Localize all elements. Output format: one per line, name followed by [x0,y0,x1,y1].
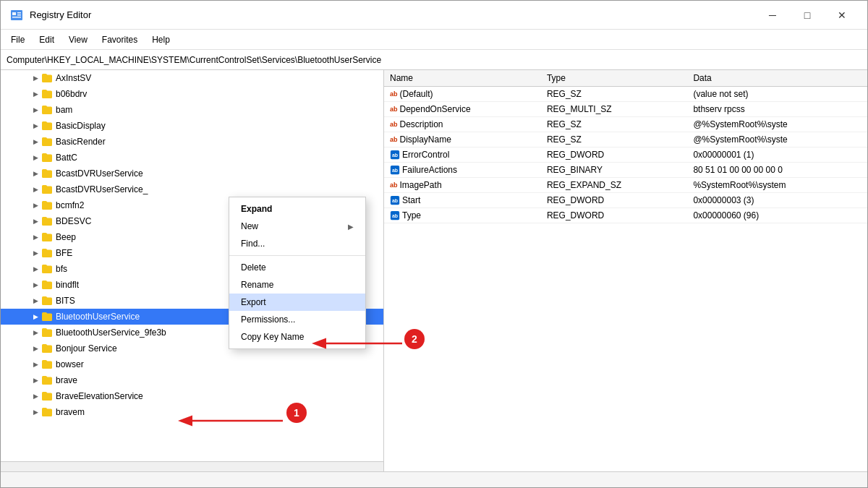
tree-item-basicdisplay[interactable]: ▶ BasicDisplay [1,118,383,134]
dword-icon: ab [390,165,400,175]
tree-item-b06bdrv[interactable]: ▶ b06bdrv [1,86,383,102]
folder-icon [41,390,53,402]
ctx-rename[interactable]: Rename [229,276,365,294]
svg-text:ab: ab [392,153,398,158]
dword-icon: ab [390,150,400,160]
tree-item-bam[interactable]: ▶ bam [1,102,383,118]
folder-icon [41,88,53,100]
ctx-new-arrow: ▶ [348,223,354,231]
annotation-arrow-2 [308,333,409,354]
folder-icon [41,72,53,84]
chevron-icon: ▶ [30,88,41,100]
chevron-icon: ▶ [30,72,41,84]
name-cell: ab Type [390,210,535,221]
folder-icon [41,279,53,291]
tree-label: BluetoothUserService_9fe3b [56,328,166,338]
chevron-icon: ▶ [30,200,41,211]
tree-item-braveelevationservice[interactable]: ▶ BraveElevationService [1,388,383,404]
chevron-icon: ▶ [30,359,41,370]
table-row[interactable]: ab Description REG_SZ @%SystemRoot%\syst… [384,117,867,132]
svg-rect-4 [12,17,21,18]
ctx-separator-1 [229,255,365,256]
folder-icon [41,406,53,418]
ab-icon: ab [390,106,398,113]
tree-label: BraveElevationService [56,391,143,401]
tree-item-bowser[interactable]: ▶ bowser [1,356,383,372]
tree-label: bowser [56,359,84,369]
name-cell: ab DisplayName [390,134,535,145]
table-row[interactable]: ab (Default) REG_SZ (value not set) [384,87,867,102]
table-row[interactable]: ab FailureActions REG_BINARY 80 51 01 00… [384,163,867,178]
app-icon [9,8,24,22]
folder-icon [41,374,53,386]
status-bar [1,471,867,487]
address-path: Computer\HKEY_LOCAL_MACHINE\SYSTEM\Curre… [7,55,381,65]
table-row[interactable]: ab DependOnService REG_MULTI_SZ bthserv … [384,102,867,117]
table-row[interactable]: ab Type REG_DWORD 0x00000060 (96) [384,208,867,223]
tree-item-basicrender[interactable]: ▶ BasicRender [1,134,383,150]
ctx-permissions[interactable]: Permissions... [229,311,365,328]
tree-label: bcmfn2 [56,200,84,210]
table-row[interactable]: ab ImagePath REG_EXPAND_SZ %SystemRoot%\… [384,178,867,193]
title-bar: Registry Editor ─ □ ✕ [1,1,867,30]
ctx-delete[interactable]: Delete [229,259,365,276]
chevron-icon: ▶ [30,168,41,179]
tree-label: BattC [56,153,77,163]
tree-label: bfs [56,264,67,274]
ab-icon: ab [390,136,398,143]
tree-scrollbar-h[interactable] [1,461,383,471]
chevron-icon: ▶ [30,279,41,291]
folder-icon [41,200,53,211]
col-type[interactable]: Type [541,70,688,87]
tree-label: AxInstSV [56,73,91,83]
ctx-expand[interactable]: Expand [229,200,365,218]
tree-label: bravem [56,407,85,417]
table-row[interactable]: ab ErrorControl REG_DWORD 0x00000001 (1) [384,147,867,163]
tree-item-brave[interactable]: ▶ brave [1,372,383,388]
menu-help[interactable]: Help [145,32,177,48]
tree-item-bcastdvruserservice2[interactable]: ▶ BcastDVRUserService_ [1,181,383,197]
folder-icon [41,359,53,370]
registry-table: Name Type Data ab (Default) REG_SZ (valu… [384,70,867,223]
tree-item-bcastdvruserservice[interactable]: ▶ BcastDVRUserService [1,166,383,181]
table-row[interactable]: ab Start REG_DWORD 0x00000003 (3) [384,193,867,208]
folder-icon [41,231,53,243]
chevron-icon: ▶ [30,406,41,418]
ctx-export[interactable]: Export [229,294,365,311]
tree-item-axinstsv[interactable]: ▶ AxInstSV [1,70,383,86]
menu-edit[interactable]: Edit [32,32,61,48]
folder-icon [41,295,53,307]
folder-icon [41,104,53,116]
menu-view[interactable]: View [61,32,95,48]
minimize-button[interactable]: ─ [756,4,789,27]
col-data[interactable]: Data [687,70,867,87]
menu-bar: File Edit View Favorites Help [1,30,867,50]
menu-favorites[interactable]: Favorites [95,32,145,48]
col-name[interactable]: Name [384,70,541,87]
chevron-icon: ▶ [30,120,41,132]
tree-label: bindflt [56,280,79,290]
svg-text:ab: ab [392,168,398,173]
title-bar-left: Registry Editor [9,8,91,22]
tree-label: Beep [56,232,76,242]
name-cell: ab FailureActions [390,165,535,175]
folder-icon [41,136,53,147]
folder-icon [41,343,53,354]
name-cell: ab ImagePath [390,180,535,190]
ctx-new[interactable]: New ▶ [229,218,365,235]
close-button[interactable]: ✕ [825,4,859,27]
table-row[interactable]: ab DisplayName REG_SZ @%SystemRoot%\syst… [384,132,867,147]
name-cell: ab Start [390,195,535,205]
ctx-find[interactable]: Find... [229,235,365,252]
tree-label: BITS [56,296,75,306]
chevron-icon: ▶ [30,215,41,227]
folder-icon [41,327,53,338]
name-cell: ab ErrorControl [390,150,535,160]
chevron-icon: ▶ [30,390,41,402]
maximize-button[interactable]: □ [791,4,824,27]
menu-file[interactable]: File [4,32,32,48]
chevron-icon: ▶ [30,343,41,354]
tree-item-battc[interactable]: ▶ BattC [1,150,383,166]
tree-label: Bonjour Service [56,343,117,354]
name-cell: ab DependOnService [390,104,535,114]
